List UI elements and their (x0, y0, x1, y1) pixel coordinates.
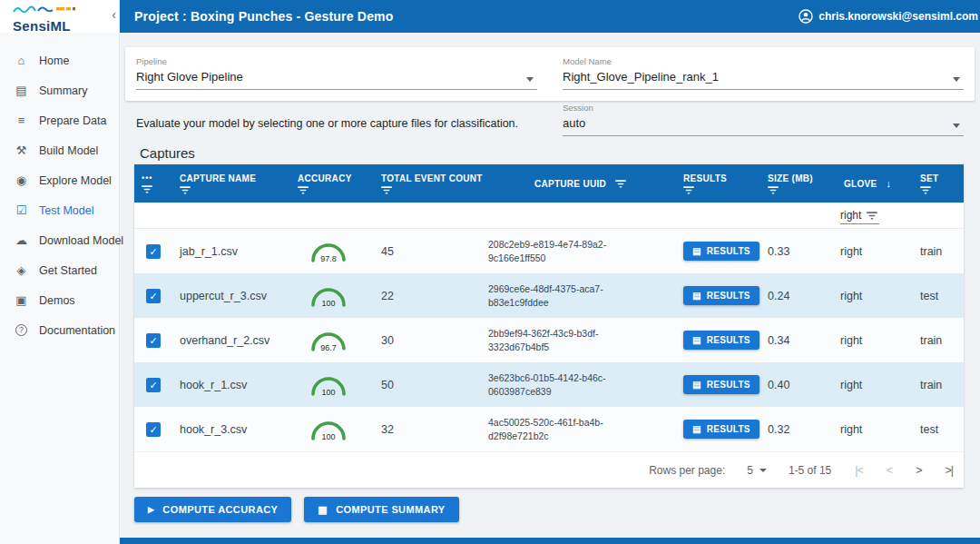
filter-icon[interactable] (381, 186, 392, 194)
size-cell: 0.24 (760, 290, 833, 302)
sidebar-item-documentation[interactable]: ? Documentation (0, 315, 119, 345)
dropdown-arrow-icon (760, 469, 767, 472)
size-cell: 0.40 (760, 379, 833, 391)
results-button[interactable]: ▤ RESULTS (683, 242, 760, 261)
sidebar-item-get-started[interactable]: ◈ Get Started (0, 255, 119, 285)
event-count-cell: 30 (374, 334, 481, 347)
row-checkbox[interactable]: ✓ (146, 244, 161, 259)
filter-icon[interactable] (867, 212, 877, 220)
filter-icon[interactable] (920, 186, 931, 194)
next-page-icon[interactable]: > (916, 464, 921, 477)
pipeline-model-card: Pipeline Right Glove Pipeline Model Name… (125, 47, 975, 101)
compute-summary-button[interactable]: ▦ COMPUTE SUMMARY (304, 497, 458, 522)
row-checkbox[interactable]: ✓ (146, 289, 161, 303)
session-select-value: auto (563, 116, 585, 130)
sidebar-item-explore-model[interactable]: ◉ Explore Model (0, 165, 119, 195)
sidebar-item-label: Summary (39, 84, 87, 97)
sidebar-item-demos[interactable]: ▣ Demos (0, 285, 119, 315)
filter-icon[interactable] (142, 185, 152, 193)
capture-uuid-cell: 2bb9ef94-362f-43c9-b3df-3323d67b4bf5 (481, 327, 676, 353)
accuracy-gauge: 100 (309, 284, 348, 308)
app-root: SensiML ‹ ⌂ Home ▤ Summary ≡ Prepare Dat… (0, 0, 980, 544)
sidebar-item-home[interactable]: ⌂ Home (0, 45, 119, 75)
header-accuracy[interactable]: ACCURACY (290, 164, 374, 203)
table-row: ✓ uppercut_r_3.csv 100 22 2969ce6e-48df-… (134, 273, 964, 318)
accuracy-value: 96.7 (309, 343, 348, 352)
last-page-icon[interactable]: >| (945, 464, 953, 477)
header-select-column[interactable]: ••• (134, 164, 172, 203)
header-capture-name[interactable]: CAPTURE NAME (172, 164, 290, 203)
event-count-cell: 50 (374, 379, 481, 391)
rows-per-page-select[interactable]: 5 (747, 464, 767, 477)
sort-desc-icon[interactable]: ↓ (887, 178, 892, 189)
first-page-icon[interactable]: |< (855, 464, 863, 477)
table-row: ✓ hook_r_3.csv 100 32 4ac50025-520c-461f… (134, 407, 964, 451)
filter-icon[interactable] (180, 186, 191, 194)
sidebar-collapse-icon[interactable]: ‹ (112, 8, 116, 21)
build-model-icon: ⚒ (14, 143, 29, 157)
accuracy-gauge: 96.7 (309, 329, 348, 352)
demos-icon: ▣ (14, 293, 29, 307)
header-size-mb[interactable]: SIZE (MB) (760, 164, 833, 203)
dropdown-arrow-icon[interactable] (526, 77, 534, 82)
row-checkbox[interactable]: ✓ (146, 333, 161, 348)
accuracy-value: 100 (309, 299, 348, 308)
header-capture-uuid[interactable]: CAPTURE UUID (481, 164, 676, 203)
project-title: Project : Boxing Punches - Gesture Demo (134, 9, 394, 24)
filter-icon[interactable] (683, 186, 694, 194)
get-started-icon: ◈ (14, 263, 29, 277)
results-button[interactable]: ▤ RESULTS (683, 286, 760, 305)
sidebar-item-download-model[interactable]: ☁ Download Model (0, 225, 119, 255)
filter-icon[interactable] (768, 186, 779, 194)
results-icon: ▤ (692, 292, 701, 301)
filter-icon[interactable] (615, 180, 626, 188)
accuracy-value: 97.8 (309, 254, 348, 263)
filter-icon[interactable] (298, 186, 309, 194)
capture-name-cell: hook_r_1.csv (172, 379, 290, 391)
results-icon: ▤ (692, 381, 701, 390)
header-results[interactable]: RESULTS (676, 164, 760, 203)
model-name-select[interactable]: Model Name Right_Glove_Pipeline_rank_1 (563, 56, 964, 90)
dropdown-arrow-icon[interactable] (953, 77, 960, 82)
header-total-event-count[interactable]: TOTAL EVENT COUNT (374, 164, 481, 203)
header-glove[interactable]: GLOVE ↓ (833, 164, 898, 203)
table-filter-row: right (134, 203, 964, 229)
home-icon: ⌂ (14, 54, 29, 67)
header-set[interactable]: SET (898, 164, 964, 203)
row-checkbox[interactable]: ✓ (146, 378, 161, 392)
logo-area: SensiML ‹ (0, 0, 119, 33)
model-name-select-label: Model Name (563, 56, 612, 66)
sidebar-item-summary[interactable]: ▤ Summary (0, 75, 119, 105)
evaluate-hint-text: Evaluate your model by selecting one or … (136, 117, 537, 136)
documentation-icon: ? (15, 324, 27, 336)
previous-page-icon[interactable]: < (887, 464, 892, 477)
results-button[interactable]: ▤ RESULTS (683, 420, 760, 439)
compute-accuracy-button[interactable]: ▶ COMPUTE ACCURACY (134, 497, 291, 522)
results-icon: ▤ (692, 247, 701, 256)
column-menu-icon[interactable]: ••• (142, 173, 152, 183)
capture-name-cell: jab_r_1.csv (172, 245, 290, 258)
sidebar-item-label: Download Model (39, 234, 123, 247)
sidebar-item-test-model[interactable]: ☑ Test Model (0, 195, 119, 225)
sidebar-item-build-model[interactable]: ⚒ Build Model (0, 135, 119, 165)
set-cell: train (898, 379, 964, 391)
dropdown-arrow-icon[interactable] (953, 124, 960, 128)
session-select[interactable]: Session auto (563, 103, 964, 136)
account-icon (799, 9, 813, 24)
rows-per-page-value: 5 (747, 464, 753, 477)
results-button[interactable]: ▤ RESULTS (683, 331, 760, 350)
glove-filter-input[interactable]: right (840, 209, 879, 224)
account-menu[interactable]: chris.knorowski@sensiml.com (799, 9, 978, 24)
sidebar-item-prepare-data[interactable]: ≡ Prepare Data (0, 105, 119, 135)
sensiml-logo-waves-icon (13, 5, 76, 15)
row-checkbox[interactable]: ✓ (146, 422, 161, 437)
results-button[interactable]: ▤ RESULTS (683, 375, 760, 394)
glove-cell: right (833, 290, 898, 302)
pipeline-select[interactable]: Pipeline Right Glove Pipeline (136, 56, 537, 90)
sidebar-item-label: Build Model (39, 144, 98, 157)
set-cell: test (898, 290, 964, 302)
sensiml-logo-text: SensiML (13, 19, 119, 33)
sidebar: SensiML ‹ ⌂ Home ▤ Summary ≡ Prepare Dat… (0, 0, 120, 544)
download-model-icon: ☁ (14, 233, 29, 247)
pagination-range: 1-5 of 15 (789, 464, 831, 477)
